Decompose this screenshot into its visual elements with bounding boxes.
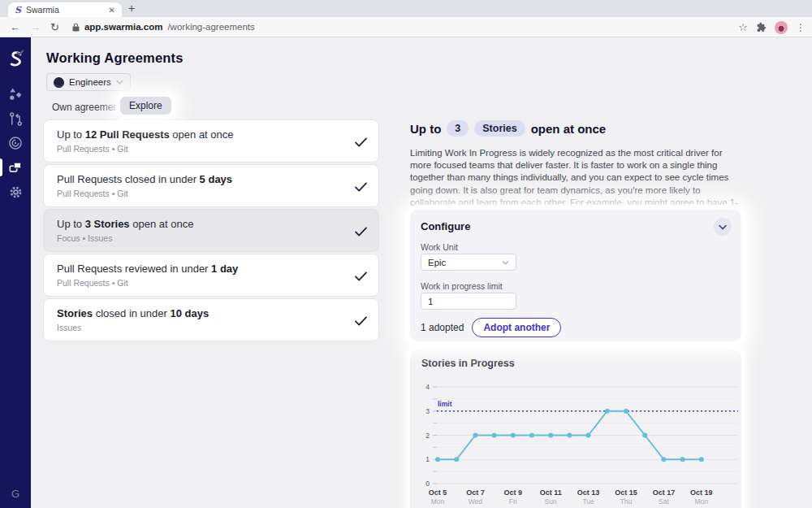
new-tab-button[interactable]: + xyxy=(128,2,135,15)
extensions-puzzle-icon[interactable] xyxy=(756,22,767,33)
svg-text:3: 3 xyxy=(425,407,430,415)
stacked-cards-icon xyxy=(7,159,24,176)
svg-text:Oct 17: Oct 17 xyxy=(653,488,676,497)
back-icon[interactable]: ← xyxy=(10,21,20,33)
svg-text:Oct 19: Oct 19 xyxy=(690,488,713,497)
sidebar-item-settings[interactable] xyxy=(0,180,31,204)
svg-text:Oct 11: Oct 11 xyxy=(540,488,562,497)
svg-text:Sat: Sat xyxy=(659,497,669,506)
agreement-card[interactable]: Up to 12 Pull Requests open at oncePull … xyxy=(43,119,379,163)
svg-text:limit: limit xyxy=(438,400,452,408)
tab-own-agreements[interactable]: Own agreements xyxy=(52,102,126,113)
chart-title: Stories in Progress xyxy=(421,358,515,369)
configure-title: Configure xyxy=(421,220,470,232)
chevron-down-icon xyxy=(719,224,727,230)
check-icon xyxy=(355,270,367,284)
chevron-down-icon xyxy=(116,80,123,85)
app-sidebar: G xyxy=(0,37,31,508)
browser-tab[interactable]: S Swarmia ✕ xyxy=(8,2,122,17)
tab-explore[interactable]: Explore xyxy=(120,97,171,115)
agreement-subtitle: Pull Requests • Git xyxy=(57,144,365,154)
stories-chart-svg: 01234limitOct 5MonOct 7WedOct 9FriOct 11… xyxy=(417,377,740,508)
agreement-subtitle: Pull Requests • Git xyxy=(57,189,365,198)
check-icon xyxy=(355,225,367,240)
bookmark-star-icon[interactable]: ☆ xyxy=(738,21,748,33)
work-unit-select[interactable]: Epic xyxy=(421,254,516,271)
sidebar-item-working-agreements[interactable] xyxy=(0,155,31,180)
sidebar-item-insights[interactable] xyxy=(0,82,31,106)
work-unit-label: Work Unit xyxy=(421,242,458,252)
agreement-title: Stories closed in under 10 days xyxy=(57,307,365,319)
browser-tab-bar: S Swarmia ✕ + xyxy=(0,0,812,17)
agreement-card[interactable]: Stories closed in under 10 daysIssues xyxy=(43,298,379,341)
svg-text:4: 4 xyxy=(425,383,430,391)
browser-menu-icon[interactable]: ⋮ xyxy=(796,22,806,33)
tab-title: Swarmia xyxy=(26,5,104,15)
gear-icon xyxy=(8,185,24,200)
svg-text:Oct 15: Oct 15 xyxy=(615,488,637,497)
agreement-title: Pull Requests reviewed in under 1 day xyxy=(57,263,365,275)
target-icon xyxy=(7,135,24,151)
agreement-title: Pull Requests closed in under 5 days xyxy=(57,173,365,185)
check-icon xyxy=(355,315,367,329)
browser-address-bar: ← → ↻ app.swarmia.com/working-agreements xyxy=(0,17,812,37)
svg-text:Tue: Tue xyxy=(582,497,594,506)
lock-icon xyxy=(72,23,80,32)
heading-prefix: Up to xyxy=(410,122,441,136)
agreement-subtitle: Focus • Issues xyxy=(57,233,365,243)
sidebar-item-goals[interactable] xyxy=(0,131,31,155)
chart-card: Stories in Progress 01234limitOct 5MonOc… xyxy=(410,350,741,508)
forward-icon: → xyxy=(30,21,41,33)
svg-text:Fri: Fri xyxy=(509,497,517,506)
agreement-card[interactable]: Pull Requests closed in under 5 daysPull… xyxy=(43,164,379,207)
adopt-another-button[interactable]: Adopt another xyxy=(472,318,561,337)
page-title: Working Agreements xyxy=(46,50,184,66)
refresh-icon[interactable]: ↻ xyxy=(50,21,59,33)
heading-suffix: open at once xyxy=(531,122,607,136)
work-unit-value: Epic xyxy=(428,258,446,267)
unit-badge: Stories xyxy=(474,120,525,137)
tab-close-icon[interactable]: ✕ xyxy=(109,6,115,15)
svg-text:Oct 5: Oct 5 xyxy=(429,488,447,497)
svg-text:2: 2 xyxy=(425,432,430,440)
url-host: app.swarmia.com xyxy=(84,22,163,32)
agreements-list: Up to 12 Pull Requests open at oncePull … xyxy=(43,119,379,343)
agreement-subtitle: Issues xyxy=(57,323,365,332)
check-icon xyxy=(355,180,367,195)
user-avatar[interactable] xyxy=(775,21,788,34)
wip-limit-label: Work in progress limit xyxy=(421,281,503,291)
team-avatar-icon xyxy=(54,77,64,88)
adopted-count: 1 adopted xyxy=(421,322,464,333)
pull-request-icon xyxy=(8,111,24,127)
agreement-title: Up to 3 Stories open at once xyxy=(57,218,365,230)
sidebar-item-pull-requests[interactable] xyxy=(0,106,31,131)
count-badge: 3 xyxy=(447,120,469,137)
stories-in-progress-chart: 01234limitOct 5MonOct 7WedOct 9FriOct 11… xyxy=(417,377,740,508)
shapes-icon xyxy=(7,86,24,102)
team-selector-dropdown[interactable]: Engineers xyxy=(46,73,131,91)
configure-panel: Configure Work Unit Epic Work in progres… xyxy=(410,210,741,341)
wip-limit-input[interactable] xyxy=(421,293,516,310)
svg-text:Oct 9: Oct 9 xyxy=(504,488,523,497)
swarmia-logo-icon[interactable] xyxy=(0,46,31,72)
url-field[interactable]: app.swarmia.com/working-agreements xyxy=(72,22,255,32)
team-selector-label: Engineers xyxy=(69,77,111,87)
url-path: /working-agreements xyxy=(167,22,254,32)
svg-text:Oct 13: Oct 13 xyxy=(577,488,600,497)
agreement-title: Up to 12 Pull Requests open at once xyxy=(57,128,365,141)
svg-text:0: 0 xyxy=(425,480,430,488)
svg-text:1: 1 xyxy=(425,455,430,463)
g-badge-icon[interactable]: G xyxy=(11,488,19,500)
svg-text:Wed: Wed xyxy=(469,497,483,506)
detail-heading: Up to 3 Stories open at once xyxy=(410,120,606,137)
svg-text:Mon: Mon xyxy=(695,497,709,506)
agreement-card[interactable]: Up to 3 Stories open at onceFocus • Issu… xyxy=(43,209,379,252)
svg-text:Thu: Thu xyxy=(620,497,633,506)
agreement-subtitle: Pull Requests • Git xyxy=(57,278,365,288)
check-icon xyxy=(355,136,367,150)
swarmia-favicon-icon: S xyxy=(15,6,21,15)
collapse-button[interactable] xyxy=(714,218,732,236)
svg-text:Mon: Mon xyxy=(431,497,445,506)
chevron-down-icon xyxy=(502,260,509,265)
agreement-card[interactable]: Pull Requests reviewed in under 1 dayPul… xyxy=(43,254,379,297)
